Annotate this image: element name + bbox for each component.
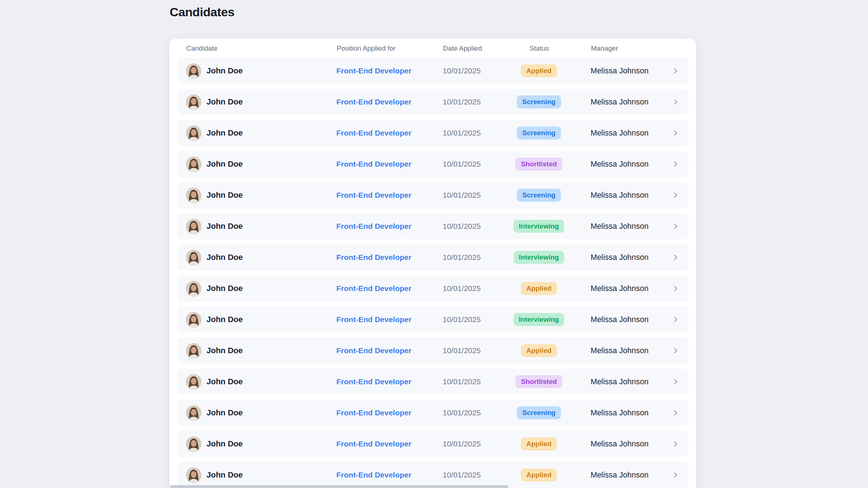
status-cell: Screening <box>508 406 570 420</box>
table-row[interactable]: John Doe Front-End Developer 10/01/2025 … <box>177 400 688 426</box>
table-row[interactable]: John Doe Front-End Developer 10/01/2025 … <box>177 369 688 395</box>
status-cell: Interviewing <box>508 220 570 233</box>
candidate-name: John Doe <box>207 97 243 107</box>
table-row[interactable]: John Doe Front-End Developer 10/01/2025 … <box>177 431 688 457</box>
chevron-right-icon[interactable] <box>672 440 680 448</box>
candidate-name: John Doe <box>207 191 243 200</box>
position-link[interactable]: Front-End Developer <box>336 377 443 386</box>
table-row[interactable]: John Doe Front-End Developer 10/01/2025 … <box>177 462 688 488</box>
candidate-cell: John Doe <box>186 157 336 172</box>
candidate-avatar <box>186 436 201 452</box>
date-applied: 10/01/2025 <box>443 408 508 417</box>
candidate-avatar <box>186 125 201 141</box>
manager-name: Melissa Johnson <box>591 160 672 169</box>
date-applied: 10/01/2025 <box>443 315 508 324</box>
status-cell: Screening <box>508 189 570 202</box>
status-cell: Applied <box>508 468 570 482</box>
candidate-name: John Doe <box>207 159 243 169</box>
chevron-right-icon[interactable] <box>672 191 680 199</box>
status-cell: Interviewing <box>508 313 570 326</box>
table-row[interactable]: John Doe Front-End Developer 10/01/2025 … <box>177 275 688 301</box>
column-header-date: Date Applied <box>443 44 509 52</box>
chevron-right-icon[interactable] <box>672 471 680 479</box>
position-link[interactable]: Front-End Developer <box>336 253 443 262</box>
table-row[interactable]: John Doe Front-End Developer 10/01/2025 … <box>177 338 688 364</box>
status-cell: Screening <box>508 127 570 140</box>
position-link[interactable]: Front-End Developer <box>336 98 443 106</box>
candidate-avatar <box>186 374 201 390</box>
chevron-right-icon[interactable] <box>672 160 680 168</box>
table-row[interactable]: John Doe Front-End Developer 10/01/2025 … <box>177 151 688 177</box>
position-link[interactable]: Front-End Developer <box>336 346 443 355</box>
status-badge: Screening <box>517 189 561 202</box>
position-link[interactable]: Front-End Developer <box>336 160 443 168</box>
page-title: Candidates <box>170 5 234 19</box>
candidate-avatar <box>186 405 201 421</box>
chevron-right-icon[interactable] <box>672 222 680 230</box>
manager-name: Melissa Johnson <box>591 346 672 355</box>
status-badge: Screening <box>517 406 561 420</box>
date-applied: 10/01/2025 <box>443 440 508 448</box>
candidate-name: John Doe <box>207 284 243 293</box>
chevron-right-icon[interactable] <box>672 316 680 324</box>
position-link[interactable]: Front-End Developer <box>336 191 443 200</box>
table-row[interactable]: John Doe Front-End Developer 10/01/2025 … <box>177 182 688 208</box>
candidate-avatar <box>186 467 201 483</box>
candidate-cell: John Doe <box>186 125 336 141</box>
status-cell: Applied <box>508 282 570 295</box>
candidate-cell: John Doe <box>186 94 336 110</box>
position-link[interactable]: Front-End Developer <box>336 222 443 231</box>
table-row[interactable]: John Doe Front-End Developer 10/01/2025 … <box>177 120 688 146</box>
candidate-avatar <box>186 250 201 265</box>
candidate-cell: John Doe <box>186 374 336 390</box>
status-badge: Interviewing <box>514 220 565 233</box>
position-link[interactable]: Front-End Developer <box>336 440 443 448</box>
table-row[interactable]: John Doe Front-End Developer 10/01/2025 … <box>177 307 688 333</box>
candidate-name: John Doe <box>207 128 243 138</box>
candidate-cell: John Doe <box>186 250 336 265</box>
status-badge: Interviewing <box>514 313 565 326</box>
chevron-right-icon[interactable] <box>672 409 680 417</box>
manager-name: Melissa Johnson <box>591 408 672 418</box>
candidate-cell: John Doe <box>186 188 336 203</box>
candidate-name: John Doe <box>207 346 243 355</box>
status-badge: Applied <box>521 282 557 295</box>
horizontal-scrollbar-thumb[interactable] <box>170 485 509 488</box>
table-row[interactable]: John Doe Front-End Developer 10/01/2025 … <box>177 58 688 84</box>
candidate-avatar <box>186 188 201 203</box>
date-applied: 10/01/2025 <box>443 191 508 200</box>
chevron-right-icon[interactable] <box>672 98 680 106</box>
table-row[interactable]: John Doe Front-End Developer 10/01/2025 … <box>177 244 688 270</box>
table-body: John Doe Front-End Developer 10/01/2025 … <box>169 58 696 488</box>
candidate-cell: John Doe <box>186 405 336 421</box>
table-row[interactable]: John Doe Front-End Developer 10/01/2025 … <box>177 89 688 115</box>
chevron-right-icon[interactable] <box>672 129 680 137</box>
candidate-avatar <box>186 157 201 172</box>
chevron-right-icon[interactable] <box>672 67 680 75</box>
manager-name: Melissa Johnson <box>591 315 672 324</box>
candidate-avatar <box>186 343 201 359</box>
candidate-name: John Doe <box>207 315 243 324</box>
position-link[interactable]: Front-End Developer <box>336 129 443 137</box>
status-cell: Screening <box>508 95 570 109</box>
status-cell: Applied <box>508 64 570 78</box>
manager-name: Melissa Johnson <box>591 98 672 107</box>
chevron-right-icon[interactable] <box>672 253 680 261</box>
candidate-name: John Doe <box>207 439 243 449</box>
chevron-right-icon[interactable] <box>672 347 680 355</box>
status-badge: Applied <box>521 468 557 482</box>
date-applied: 10/01/2025 <box>443 346 508 355</box>
table-row[interactable]: John Doe Front-End Developer 10/01/2025 … <box>177 213 688 239</box>
chevron-right-icon[interactable] <box>672 378 680 386</box>
position-link[interactable]: Front-End Developer <box>336 471 443 479</box>
chevron-right-icon[interactable] <box>672 284 680 292</box>
status-badge: Screening <box>517 127 561 140</box>
manager-name: Melissa Johnson <box>591 377 672 386</box>
position-link[interactable]: Front-End Developer <box>336 315 443 324</box>
position-link[interactable]: Front-End Developer <box>336 67 443 75</box>
candidate-cell: John Doe <box>186 436 336 452</box>
manager-name: Melissa Johnson <box>591 67 672 76</box>
date-applied: 10/01/2025 <box>443 377 508 386</box>
position-link[interactable]: Front-End Developer <box>336 408 443 417</box>
position-link[interactable]: Front-End Developer <box>336 284 443 293</box>
